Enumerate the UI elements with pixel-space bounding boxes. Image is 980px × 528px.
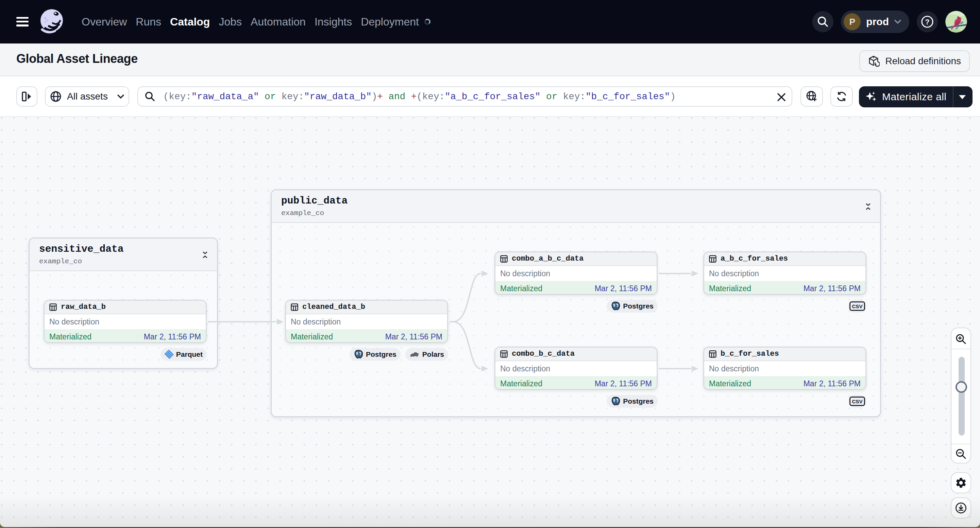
- svg-text:CSV: CSV: [852, 398, 863, 404]
- svg-text:CSV: CSV: [852, 303, 863, 309]
- svg-text:?: ?: [925, 17, 929, 26]
